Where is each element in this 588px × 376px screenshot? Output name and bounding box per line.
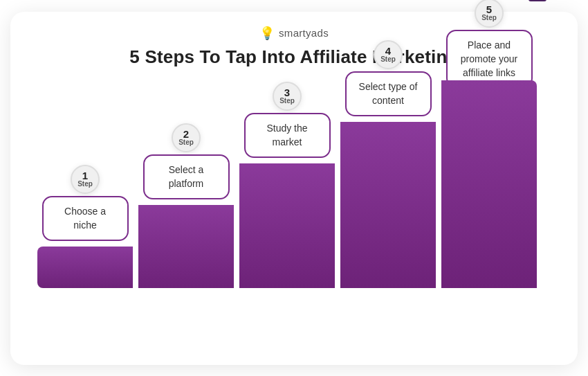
content-box-5: Place and promote your affiliate links [446,30,533,89]
content-box-4: Select type of content [345,71,432,116]
stair-item-5: 5 Step Place and promote your affiliate … [439,80,540,288]
stair-base-4 [340,122,436,288]
badge-3: 3 Step [273,82,302,111]
content-box-2: Select a platform [143,154,230,199]
badge-5: 5 Step [475,0,504,28]
stair-item-1: 1 Step Choose a niche [35,247,136,288]
trophy-icon: ★ [513,0,562,8]
svg-rect-3 [529,0,546,1]
stair-base-3 [239,163,335,288]
logo-icon: 💡 [259,26,275,41]
content-box-1: Choose a niche [42,196,129,241]
badge-4: 4 Step [374,40,403,69]
badge-2: 2 Step [172,123,201,152]
stair-item-2: 2 Step Select a platform [136,205,237,288]
stair-item-3: 3 Step Study the market [237,163,338,288]
badge-1: 1 Step [71,165,100,194]
staircase: 1 Step Choose a niche 2 Step Select a pl… [35,80,553,288]
stair-base-1 [37,247,133,288]
stair-base-5 [441,80,537,288]
main-card: 💡 smartyads 5 Steps To Tap Into Affiliat… [10,12,578,365]
content-box-3: Study the market [244,113,331,158]
stair-base-2 [138,205,234,288]
stair-item-4: 4 Step Select type of content [338,122,439,288]
logo-area: 💡 smartyads [259,26,329,41]
logo-text: smartyads [279,27,329,39]
